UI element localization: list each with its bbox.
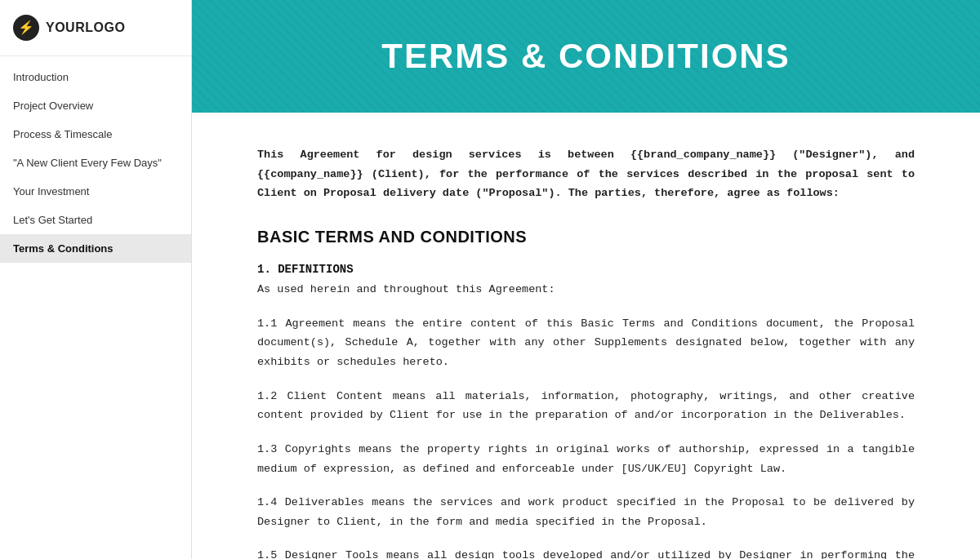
- logo-icon: ⚡: [13, 15, 39, 41]
- content-area: This Agreement for design services is be…: [192, 113, 980, 559]
- definition-id-1-1: 1.1: [257, 317, 277, 330]
- definition-id-1-2: 1.2: [257, 390, 277, 402]
- definition-text-1-4: Deliverables means the services and work…: [257, 496, 915, 528]
- sidebar: ⚡ YOURLOGO Introduction Project Overview…: [0, 0, 192, 559]
- logo-text: YOURLOGO: [46, 20, 125, 35]
- definition-item-1-1: 1.1 Agreement means the entire content o…: [257, 314, 915, 372]
- definition-item-1-4: 1.4 Deliverables means the services and …: [257, 493, 915, 531]
- definition-text-1-5: Designer Tools means all design tools de…: [257, 549, 915, 559]
- header-banner: TERMS & CONDITIONS: [192, 0, 980, 113]
- nav-list: Introduction Project Overview Process & …: [0, 56, 191, 559]
- definition-id-1-5: 1.5: [257, 549, 277, 559]
- sidebar-item-terms[interactable]: Terms & Conditions: [0, 234, 191, 263]
- page-title: TERMS & CONDITIONS: [381, 37, 790, 76]
- basic-terms-heading: BASIC TERMS AND CONDITIONS: [257, 228, 915, 246]
- main-content: TERMS & CONDITIONS This Agreement for de…: [192, 0, 980, 559]
- sidebar-item-investment[interactable]: Your Investment: [0, 177, 191, 206]
- definition-text-1-2: Client Content means all materials, info…: [257, 390, 915, 422]
- definition-item-1-5: 1.5 Designer Tools means all design tool…: [257, 546, 915, 559]
- lightning-icon: ⚡: [18, 21, 34, 34]
- sidebar-item-new-client[interactable]: "A New Client Every Few Days": [0, 149, 191, 177]
- definition-item-1-2: 1.2 Client Content means all materials, …: [257, 387, 915, 425]
- sidebar-item-project-overview[interactable]: Project Overview: [0, 91, 191, 120]
- sidebar-item-introduction[interactable]: Introduction: [0, 63, 191, 91]
- definition-id-1-4: 1.4: [257, 496, 277, 508]
- logo-area: ⚡ YOURLOGO: [0, 0, 191, 56]
- intro-paragraph: This Agreement for design services is be…: [257, 145, 915, 203]
- definition-text-1-1: Agreement means the entire content of th…: [257, 317, 915, 368]
- sidebar-item-process-timescale[interactable]: Process & Timescale: [0, 120, 191, 149]
- definition-subtitle: As used herein and throughout this Agree…: [257, 281, 915, 299]
- definition-title: 1. DEFINITIONS: [257, 263, 915, 276]
- definition-item-1-3: 1.3 Copyrights means the property rights…: [257, 440, 915, 478]
- definition-id-1-3: 1.3: [257, 443, 277, 455]
- sidebar-item-get-started[interactable]: Let's Get Started: [0, 206, 191, 234]
- definition-text-1-3: Copyrights means the property rights in …: [257, 443, 915, 475]
